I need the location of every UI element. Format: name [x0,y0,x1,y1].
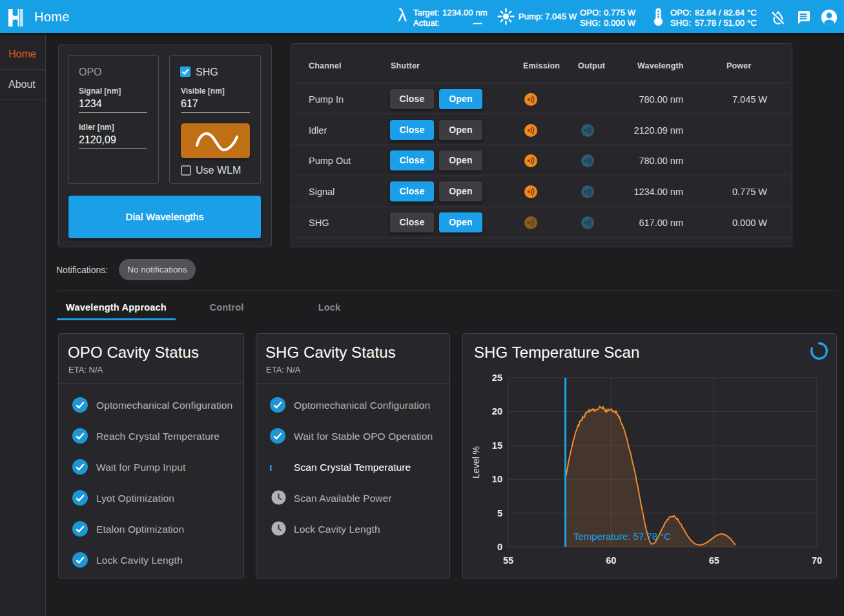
svg-text:55: 55 [503,555,513,566]
svg-text:25: 25 [492,373,502,383]
svg-text:Level %: Level % [471,446,481,478]
svg-text:Temperature: 57.78 °C: Temperature: 57.78 °C [573,531,671,542]
svg-text:70: 70 [812,555,822,566]
svg-text:65: 65 [709,555,719,566]
svg-text:5: 5 [497,508,502,518]
svg-text:20: 20 [492,406,502,416]
svg-text:15: 15 [492,440,502,451]
svg-text:60: 60 [606,555,616,566]
svg-text:10: 10 [492,474,502,484]
svg-text:0: 0 [497,542,502,552]
